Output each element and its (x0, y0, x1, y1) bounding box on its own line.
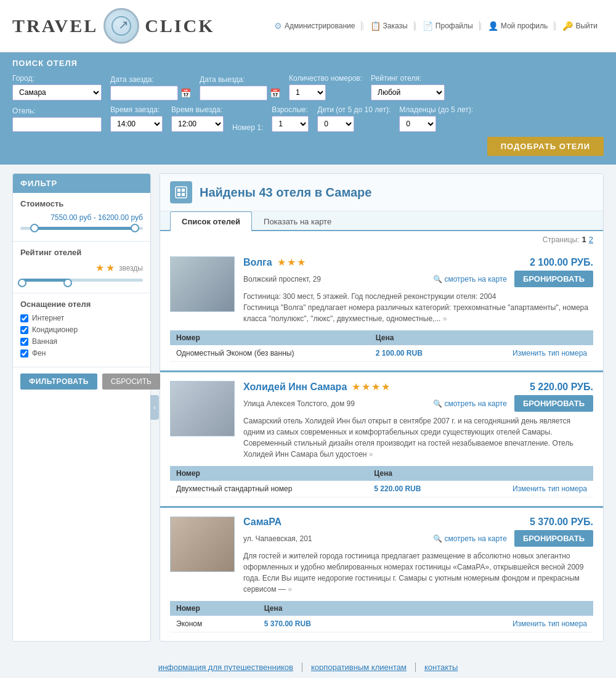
nav-orders[interactable]: 📋 Заказы (364, 21, 415, 31)
checkout-time-select[interactable]: 12:00 (171, 116, 224, 132)
room-col-header3: Номер (170, 601, 258, 616)
hotel-volga-desc: Гостиница: 300 мест, 5 этажей. Год после… (243, 291, 593, 324)
svg-rect-2 (182, 189, 185, 192)
footer-links: информация для путешественников корпорат… (12, 663, 604, 672)
footer-link-contacts[interactable]: контакты (416, 663, 466, 672)
amenity-ac-checkbox[interactable] (20, 326, 28, 334)
hotel-samara-change-room[interactable]: Изменить тип номера (513, 619, 587, 628)
results-panel: Найдены 43 отеля в Самаре Список отелей … (160, 173, 604, 642)
rating-select[interactable]: Любой★★★★★★★★★★★★★★★ (371, 84, 445, 100)
rating-slider-right-handle[interactable] (63, 279, 72, 287)
hotel-samara-map-link[interactable]: 🔍 смотреть на карте (433, 534, 506, 543)
hotel-volga-address-row: Волжский проспект, 29 🔍 смотреть на карт… (243, 271, 593, 287)
checkin-input[interactable] (110, 86, 178, 100)
price-slider-left-handle[interactable] (30, 224, 39, 232)
amenity-bath: Ванная (20, 337, 143, 346)
hotel-samara-top: СамаРА 5 370.00 РУБ. ул. Чапаевская, 201… (170, 517, 593, 595)
footer: информация для путешественников корпорат… (0, 650, 616, 678)
hotel-holiday-book-btn[interactable]: БРОНИРОВАТЬ (514, 395, 593, 412)
logout-icon: 🔑 (562, 21, 573, 31)
checkout-input[interactable] (200, 86, 267, 100)
children-select[interactable]: 012 (317, 116, 354, 132)
price-slider-right-handle[interactable] (131, 224, 139, 232)
checkin-time-select[interactable]: 14:00 (110, 116, 163, 132)
hotel-holiday-price: 5 220.00 РУБ. (530, 382, 593, 393)
footer-link-corporate[interactable]: корпоративным клиентам (302, 663, 416, 672)
rooms-select[interactable]: 123 (289, 84, 326, 100)
amenity-internet-checkbox[interactable] (20, 314, 28, 322)
nav-logout[interactable]: 🔑 Выйти (556, 21, 604, 31)
rooms-field-group: Количество номеров: 123 (289, 74, 362, 100)
logo: TRAVEL ↗ CLICK (12, 6, 215, 46)
volga-more-link[interactable]: » (443, 314, 447, 323)
hotel-samara-image (170, 517, 235, 572)
city-select[interactable]: Самара (12, 84, 102, 100)
star2: ★ (106, 262, 115, 274)
hotel-samara-book-btn[interactable]: БРОНИРОВАТЬ (514, 530, 593, 547)
room-col-header2: Номер (170, 466, 368, 481)
rating-slider-fill (20, 279, 70, 282)
stars-label: звезды (119, 264, 143, 272)
adults-label: Взрослые: (272, 105, 309, 114)
rating-slider-left-handle[interactable] (18, 279, 26, 287)
pages-label: Страницы: (543, 235, 580, 244)
hotel-volga-address: Волжский проспект, 29 (243, 275, 321, 284)
infants-select[interactable]: 012 (399, 116, 436, 132)
amenity-ac: Кондиционер (20, 325, 143, 334)
checkout-time-field-group: Время выезда: 12:00 (171, 105, 224, 132)
search-panel: ПОИСК ОТЕЛЯ Город: Самара Дата заезда: 📅… (0, 52, 616, 165)
hotel-holiday-name[interactable]: Холидей Инн Самара (243, 382, 347, 393)
nav-admin[interactable]: ⚙ Администрирование (268, 21, 362, 31)
pagination: Страницы: 1 2 (160, 231, 603, 248)
reset-button[interactable]: СБРОСИТЬ (102, 374, 160, 390)
filter-button[interactable]: ФИЛЬТРОВАТЬ (20, 374, 97, 390)
infants-label: Младенцы (до 5 лет): (399, 105, 473, 114)
sidebar-toggle[interactable]: ‹ (150, 395, 159, 420)
star1: ★ (95, 262, 104, 274)
city-label: Город: (12, 74, 102, 83)
amenity-fan-checkbox[interactable] (20, 349, 28, 357)
hotel-volga-map-link[interactable]: 🔍 смотреть на карте (433, 275, 506, 284)
hotel-volga-name[interactable]: Волга (243, 257, 272, 268)
rating-label: Рейтинг отеля: (371, 74, 445, 83)
samara-more-link[interactable]: » (288, 585, 292, 594)
checkin-label: Дата заезда: (110, 75, 191, 84)
logo-click-text: CLICK (145, 15, 214, 36)
orders-icon: 📋 (370, 21, 381, 31)
hotel-samara-price: 5 370.00 РУБ. (530, 517, 593, 528)
hotel-label: Отель: (12, 107, 102, 115)
infants-field-group: Младенцы (до 5 лет): 012 (399, 105, 473, 132)
rating-slider-track (20, 279, 143, 282)
tab-list[interactable]: Список отелей (170, 211, 252, 231)
adults-select[interactable]: 123 (272, 116, 309, 132)
map-icon2: 🔍 (433, 399, 442, 408)
hotel-volga-change-room[interactable]: Изменить тип номера (513, 349, 587, 357)
hotel-holiday-map-link[interactable]: 🔍 смотреть на карте (433, 399, 506, 408)
page-1[interactable]: 1 (582, 235, 586, 244)
nav-myprofile[interactable]: 👤 Мой профиль (482, 21, 555, 31)
hotel-samara-room-price: 5 370.00 RUB (258, 616, 394, 632)
page-2[interactable]: 2 (589, 235, 593, 244)
hotel-field-group: Отель: (12, 107, 102, 132)
nav-profiles[interactable]: 📄 Профайлы (416, 21, 480, 31)
amenity-bath-checkbox[interactable] (20, 338, 28, 346)
checkout-label: Дата выезда: (200, 75, 280, 84)
hotel-samara-room-table: Номер Цена Эконом 5 370.00 RUB Изменить … (170, 601, 593, 632)
hotel-input[interactable] (12, 117, 102, 132)
hotel-samara-name-row: СамаРА 5 370.00 РУБ. (243, 517, 593, 528)
rating-filter-section: Рейтинг отелей ★ ★ звезды (13, 242, 150, 293)
profiles-icon: 📄 (423, 21, 433, 31)
hotel-holiday-room-type: Двухместный стандартный номер (170, 481, 368, 497)
search-button[interactable]: ПОДОБРАТЬ ОТЕЛИ (487, 137, 604, 156)
hotel-samara-name[interactable]: СамаРА (243, 517, 282, 528)
checkout-field-group: Дата выезда: 📅 (200, 75, 280, 100)
tab-map[interactable]: Показать на карте (252, 211, 343, 231)
hotel-samara-desc: Для гостей и жителей города гостиница пр… (243, 550, 593, 595)
filter-title: ФИЛЬТР (13, 174, 150, 193)
holiday-more-link[interactable]: » (369, 450, 373, 459)
hotel-volga-book-btn[interactable]: БРОНИРОВАТЬ (514, 271, 593, 287)
city-field-group: Город: Самара (12, 74, 102, 100)
rating-filter-title: Рейтинг отелей (20, 248, 143, 257)
footer-link-travelers[interactable]: информация для путешественников (150, 663, 302, 672)
hotel-holiday-change-room[interactable]: Изменить тип номера (513, 484, 587, 493)
